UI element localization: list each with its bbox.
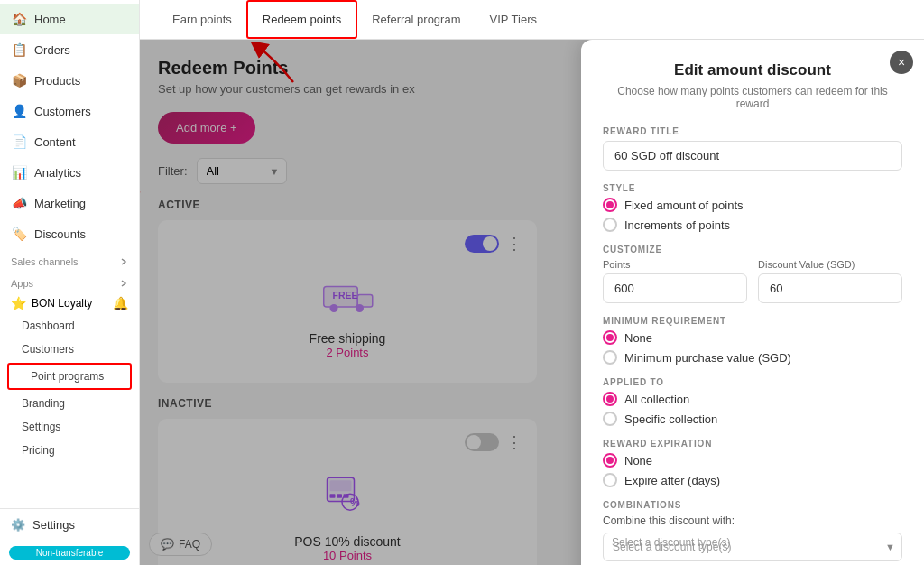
applied-all-option[interactable]: All collection <box>603 392 902 406</box>
points-label: Points <box>603 259 747 270</box>
sidebar-item-label: Customers <box>34 105 91 118</box>
sidebar-item-orders[interactable]: 📋 Orders <box>0 34 139 65</box>
style-increments-option[interactable]: Increments of points <box>603 218 902 232</box>
chevron-right-icon <box>119 257 128 266</box>
style-increments-radio[interactable] <box>603 218 617 232</box>
applied-specific-option[interactable]: Specific collection <box>603 412 902 426</box>
min-req-radio-group: None Minimum purchase value (SGD) <box>603 330 902 365</box>
combine-select[interactable]: Select a discount type(s) <box>603 533 902 561</box>
modal-close-button[interactable]: × <box>890 51 913 74</box>
notification-icon[interactable]: 🔔 <box>113 296 128 310</box>
sidebar-item-label: Products <box>34 74 80 88</box>
sidebar-item-label: Analytics <box>34 166 81 180</box>
analytics-icon: 📊 <box>11 164 27 181</box>
apps-label: Apps <box>0 271 139 292</box>
tab-referral[interactable]: Referral program <box>357 2 475 37</box>
bon-loyalty-item[interactable]: ⭐ BON Loyalty <box>11 296 92 310</box>
combine-select-wrapper: Select a discount type(s) ▼ <box>603 533 902 561</box>
min-req-purchase-option[interactable]: Minimum purchase value (SGD) <box>603 350 902 365</box>
modal-overlay[interactable]: × Edit amount discount Choose how many p… <box>140 40 924 565</box>
sidebar-item-products[interactable]: 📦 Products <box>0 65 139 96</box>
discount-value-input[interactable] <box>758 273 902 303</box>
style-radio-group: Fixed amount of points Increments of poi… <box>603 198 902 232</box>
customize-fields: Points Discount Value (SGD) <box>603 259 902 303</box>
discounts-icon: 🏷️ <box>11 226 27 242</box>
sidebar-item-label: Marketing <box>34 197 86 210</box>
products-icon: 📦 <box>11 72 27 88</box>
reward-title-group: REWARD TITLE <box>603 126 902 171</box>
content-icon: 📄 <box>11 134 27 150</box>
customize-group: CUSTOMIZE Points Discount Value (SGD) <box>603 245 902 303</box>
orders-icon: 📋 <box>11 42 27 58</box>
tab-redeem-points[interactable]: Redeem points <box>246 0 357 39</box>
sidebar-sub-dashboard[interactable]: Dashboard <box>0 314 139 338</box>
reward-exp-expire-radio[interactable] <box>603 473 617 487</box>
reward-exp-expire-option[interactable]: Expire after (days) <box>603 473 902 487</box>
applied-all-radio[interactable] <box>603 392 617 406</box>
reward-exp-radio-group: None Expire after (days) <box>603 453 902 487</box>
reward-title-input[interactable] <box>603 141 902 171</box>
sidebar-item-analytics[interactable]: 📊 Analytics <box>0 157 139 188</box>
min-req-label: MINIMUM REQUIREMENT <box>603 316 902 326</box>
style-group: STYLE Fixed amount of points Increments … <box>603 183 902 232</box>
tabs-bar: Earn points Redeem points Referral progr… <box>140 0 924 40</box>
discount-value-field-group: Discount Value (SGD) <box>758 259 902 303</box>
min-req-group: MINIMUM REQUIREMENT None Minimum purchas… <box>603 316 902 365</box>
sales-channels-label[interactable]: Sales channels <box>0 249 139 271</box>
reward-exp-none-radio[interactable] <box>603 453 617 468</box>
reward-title-label: REWARD TITLE <box>603 126 902 136</box>
main-content: Earn points Redeem points Referral progr… <box>140 0 924 565</box>
style-label: STYLE <box>603 183 902 193</box>
sidebar-item-customers[interactable]: 👤 Customers <box>0 96 139 126</box>
min-req-none-option[interactable]: None <box>603 330 902 345</box>
applied-to-label: APPLIED TO <box>603 377 902 387</box>
edit-discount-modal: × Edit amount discount Choose how many p… <box>581 40 924 565</box>
discount-value-label: Discount Value (SGD) <box>758 259 902 270</box>
points-field-group: Points <box>603 259 747 303</box>
settings-icon: ⚙️ <box>11 518 25 532</box>
sidebar-item-label: Orders <box>34 43 70 57</box>
style-fixed-option[interactable]: Fixed amount of points <box>603 198 902 212</box>
sidebar-item-label: Home <box>34 13 66 26</box>
home-icon: 🏠 <box>11 11 27 27</box>
sidebar-sub-pricing[interactable]: Pricing <box>0 439 139 462</box>
content-area: Redeem Points Set up how your customers … <box>140 40 924 565</box>
sidebar-sub-customers[interactable]: Customers <box>0 338 139 361</box>
applied-to-group: APPLIED TO All collection Specific colle… <box>603 377 902 426</box>
bon-loyalty-icon: ⭐ <box>11 296 26 310</box>
customize-label: CUSTOMIZE <box>603 245 902 255</box>
style-fixed-radio[interactable] <box>603 198 617 212</box>
applied-specific-radio[interactable] <box>603 412 617 426</box>
tab-earn-points[interactable]: Earn points <box>158 2 246 37</box>
combinations-group: COMBINATIONS Combine this discount with:… <box>603 500 902 565</box>
customers-nav-icon: 👤 <box>11 103 27 119</box>
sidebar-item-label: Content <box>34 135 76 149</box>
sidebar-item-discounts[interactable]: 🏷️ Discounts <box>0 218 139 249</box>
sidebar-item-home[interactable]: 🏠 Home <box>0 4 139 34</box>
sidebar-sub-branding[interactable]: Branding <box>0 392 139 415</box>
modal-title: Edit amount discount <box>603 61 902 79</box>
sidebar-sub-settings[interactable]: Settings <box>0 415 139 439</box>
sidebar-settings-item[interactable]: ⚙️ Settings <box>0 509 139 541</box>
modal-subtitle: Choose how many points customers can red… <box>603 85 902 110</box>
sidebar-item-label: Discounts <box>34 227 86 241</box>
sidebar-item-marketing[interactable]: 📣 Marketing <box>0 188 139 218</box>
non-transferable-badge[interactable]: Non-transferable <box>9 546 130 560</box>
combine-label: Combine this discount with: <box>603 514 902 527</box>
reward-exp-label: REWARD EXPIRATION <box>603 439 902 449</box>
min-req-none-radio[interactable] <box>603 330 617 345</box>
sidebar-bottom: ⚙️ Settings Non-transferable <box>0 508 139 565</box>
reward-exp-group: REWARD EXPIRATION None Expire after (day… <box>603 439 902 487</box>
sidebar-sub-point-programs[interactable]: Point programs <box>7 363 132 390</box>
marketing-icon: 📣 <box>11 195 27 211</box>
sidebar-item-content[interactable]: 📄 Content <box>0 126 139 157</box>
points-input[interactable] <box>603 273 747 303</box>
combinations-label: COMBINATIONS <box>603 500 902 510</box>
reward-exp-none-option[interactable]: None <box>603 453 902 468</box>
chevron-right-icon-apps <box>119 279 128 288</box>
tab-vip-tiers[interactable]: VIP Tiers <box>475 2 551 37</box>
min-req-purchase-radio[interactable] <box>603 350 617 365</box>
sidebar: 🏠 Home 📋 Orders 📦 Products 👤 Customers 📄… <box>0 0 140 565</box>
applied-to-radio-group: All collection Specific collection <box>603 392 902 426</box>
